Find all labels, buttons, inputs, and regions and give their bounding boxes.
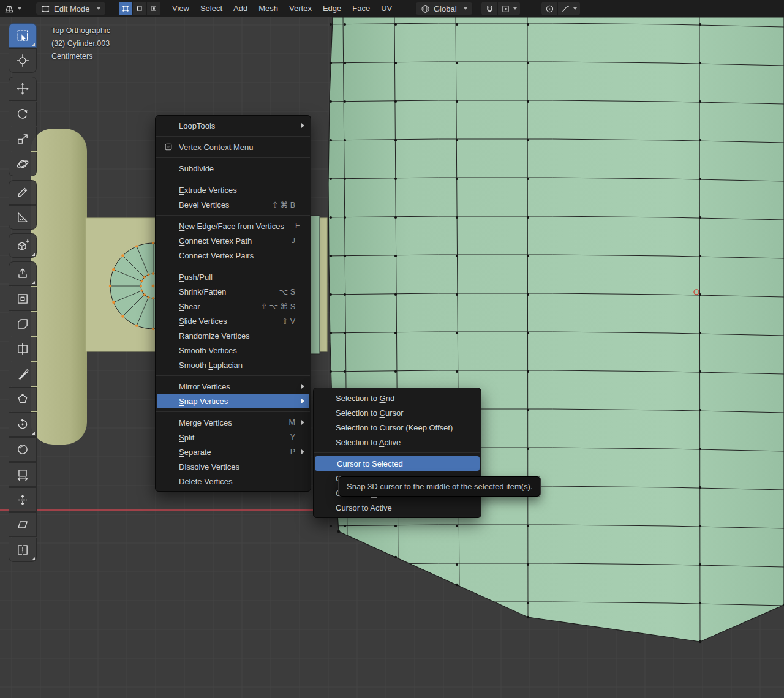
tool-cursor-button[interactable] (9, 48, 37, 73)
tool-bevel-button[interactable] (9, 312, 37, 336)
tool-transform-button[interactable] (9, 152, 37, 176)
menu-item-merge-vertices[interactable]: Merge Vertices M (156, 415, 311, 430)
menu-item-snap-vertices[interactable]: Snap Vertices (157, 394, 309, 408)
bevel-icon (16, 317, 29, 331)
tool-loop-cut-button[interactable] (9, 337, 37, 361)
tool-poly-build-button[interactable] (9, 387, 37, 411)
tool-annotate-button[interactable] (9, 180, 37, 205)
menu-item-selection-to-cursor-keep-offset[interactable]: Selection to Cursor (Keep Offset) (314, 420, 481, 435)
viewport-canvas[interactable] (0, 0, 784, 698)
proportional-circle-icon (545, 4, 554, 13)
snap-settings-dropdown[interactable] (498, 2, 520, 15)
tool-shrink-fatten-button[interactable] (9, 487, 37, 512)
menu-separator (156, 179, 310, 179)
tool-measure-button[interactable] (9, 205, 37, 230)
snap-controls (481, 2, 520, 15)
snap-target-icon (501, 4, 510, 13)
measure-icon (16, 211, 29, 224)
rip-region-icon (16, 543, 29, 557)
menu-mesh[interactable]: Mesh (253, 2, 284, 15)
menu-item-split[interactable]: Split Y (156, 430, 311, 445)
menu-item-new-edge-face-from-vertices[interactable]: New Edge/Face from Vertices F (156, 219, 311, 233)
menu-item-mirror-vertices[interactable]: Mirror Vertices (156, 379, 311, 394)
menu-select[interactable]: Select (195, 2, 228, 15)
tooltip-text: Snap 3D cursor to the middle of the sele… (347, 482, 532, 491)
menu-item-shrink-fatten[interactable]: Shrink/Fatten ⌥ S (156, 284, 311, 299)
menu-item-smooth-vertices[interactable]: Smooth Vertices (156, 343, 311, 358)
menu-item-dissolve-vertices[interactable]: Dissolve Vertices (156, 459, 311, 474)
add-cube-icon (16, 239, 29, 252)
menu-title-vertex-context-menu: Vertex Context Menu (156, 140, 311, 154)
tool-rotate-button[interactable] (9, 102, 37, 126)
tool-rip-region-button[interactable] (9, 538, 37, 562)
menu-item-selection-to-grid[interactable]: Selection to Grid (314, 391, 481, 405)
menu-face[interactable]: Face (347, 2, 375, 15)
menu-view[interactable]: View (167, 2, 195, 15)
move-icon (16, 82, 29, 96)
mode-dropdown[interactable]: Edit Mode (36, 2, 106, 15)
menu-item-push-pull[interactable]: Push/Pull (156, 269, 311, 284)
tool-spin-button[interactable] (9, 412, 37, 437)
menu-item-bevel-vertices[interactable]: Bevel Vertices ⇧ ⌘ B (156, 197, 311, 212)
menu-separator (156, 215, 310, 216)
tool-extrude-region-button[interactable] (9, 261, 37, 286)
proportional-edit-button[interactable] (541, 2, 557, 15)
orientation-dropdown[interactable]: Global (415, 2, 473, 15)
select-box-icon (16, 29, 29, 42)
menu-uv[interactable]: UV (375, 2, 398, 15)
snap-vertices-submenu: Selection to Grid Selection to Cursor Se… (313, 388, 481, 518)
submenu-arrow-icon (301, 449, 304, 454)
knife-icon (16, 367, 29, 381)
menu-item-looptools[interactable]: LoopTools (156, 118, 311, 133)
menu-edge[interactable]: Edge (317, 2, 347, 15)
tool-shear-button[interactable] (9, 512, 37, 537)
menu-separator (156, 375, 310, 376)
tool-inset-faces-button[interactable] (9, 287, 37, 311)
menu-item-smooth-laplacian[interactable]: Smooth Laplacian (156, 358, 311, 372)
menu-item-connect-vertex-path[interactable]: Connect Vertex Path J (156, 233, 311, 248)
transform-icon (16, 157, 29, 171)
subtool-indicator-icon (32, 281, 35, 284)
units-label: Centimeters (51, 50, 110, 63)
extrude-region-icon (16, 267, 29, 280)
menu-item-shear[interactable]: Shear ⇧ ⌥ ⌘ S (156, 299, 311, 313)
menu-item-selection-to-active[interactable]: Selection to Active (314, 435, 481, 449)
subtool-indicator-icon (32, 43, 35, 46)
tool-scale-button[interactable] (9, 127, 37, 151)
inset-faces-icon (16, 292, 29, 306)
menu-item-subdivide[interactable]: Subdivide (156, 161, 311, 176)
rotate-icon (16, 107, 29, 121)
menu-item-selection-to-cursor[interactable]: Selection to Cursor (314, 405, 481, 420)
falloff-dropdown[interactable] (558, 2, 580, 15)
tool-move-button[interactable] (9, 77, 37, 101)
menu-item-slide-vertices[interactable]: Slide Vertices ⇧ V (156, 313, 311, 328)
tool-smooth-button[interactable] (9, 437, 37, 462)
tool-knife-button[interactable] (9, 362, 37, 386)
mode-label: Edit Mode (54, 4, 90, 13)
menu-item-delete-vertices[interactable]: Delete Vertices (156, 474, 311, 489)
menu-add[interactable]: Add (228, 2, 253, 15)
menu-item-cursor-to-active[interactable]: Cursor to Active (314, 500, 481, 515)
editor-type-button[interactable] (4, 2, 21, 15)
face-select-toggle[interactable] (147, 2, 160, 15)
spin-icon (16, 418, 29, 431)
tool-edge-slide-button[interactable] (9, 462, 37, 487)
tool-add-cube-button[interactable] (9, 233, 37, 258)
edge-select-toggle[interactable] (133, 2, 146, 15)
menu-vertex[interactable]: Vertex (284, 2, 317, 15)
vertex-select-toggle[interactable] (119, 2, 132, 15)
face-select-icon (149, 4, 158, 13)
viewport-editor-icon (4, 3, 15, 14)
viewport-menubar: View Select Add Mesh Vertex Edge Face UV (167, 2, 398, 15)
menu-item-randomize-vertices[interactable]: Randomize Vertices (156, 328, 311, 343)
menu-item-separate[interactable]: Separate P (156, 445, 311, 459)
menu-item-cursor-to-selected[interactable]: Cursor to Selected (315, 456, 480, 471)
vertex-select-icon (121, 4, 130, 13)
toolbar-group (9, 261, 37, 562)
annotate-icon (16, 186, 29, 199)
menu-item-connect-vertex-pairs[interactable]: Connect Vertex Pairs (156, 248, 311, 263)
tool-select-box-button[interactable] (9, 23, 37, 48)
topbar: Edit Mode View (0, 0, 784, 17)
menu-item-extrude-vertices[interactable]: Extrude Vertices (156, 182, 311, 197)
snap-toggle-button[interactable] (481, 2, 497, 15)
